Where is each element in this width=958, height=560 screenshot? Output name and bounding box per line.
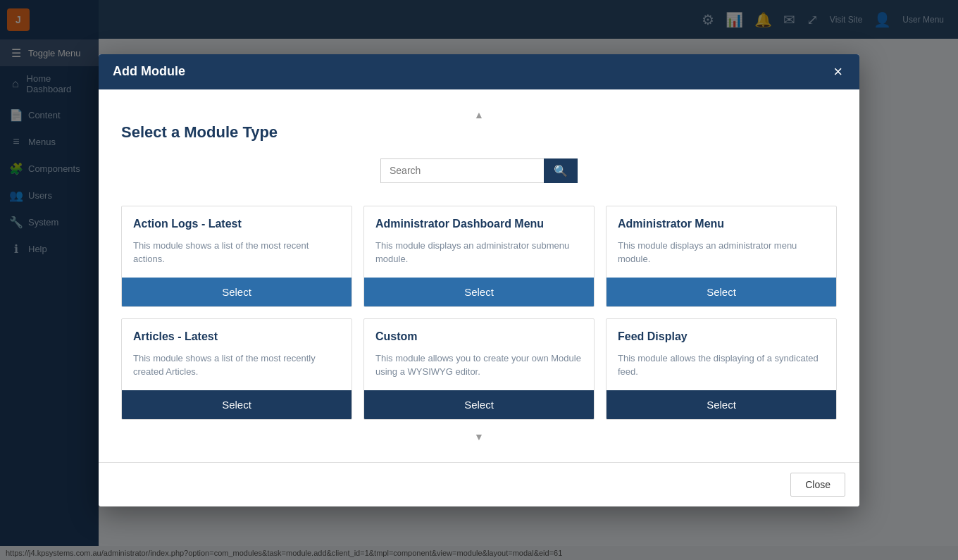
close-button[interactable]: Close (790, 473, 845, 497)
module-card-custom: Custom This module allows you to create … (363, 318, 595, 420)
module-card-body: Custom This module allows you to create … (364, 319, 594, 390)
module-card-footer: Select (606, 390, 836, 419)
module-card-description: This module allows the displaying of a s… (618, 351, 825, 379)
select-button-action-logs[interactable]: Select (122, 278, 352, 306)
module-card-footer: Select (122, 390, 352, 419)
module-card-footer: Select (606, 278, 836, 306)
scroll-down-arrow[interactable]: ▼ (121, 428, 837, 445)
module-card-description: This module allows you to create your ow… (375, 351, 583, 379)
modal-header: Add Module × (99, 54, 859, 89)
module-card-body: Articles - Latest This module shows a li… (122, 319, 352, 390)
modal-close-button[interactable]: × (831, 64, 845, 80)
module-card-action-logs-latest: Action Logs - Latest This module shows a… (121, 206, 352, 307)
module-card-articles-latest: Articles - Latest This module shows a li… (121, 318, 352, 420)
module-card-feed-display: Feed Display This module allows the disp… (606, 318, 837, 420)
module-card-admin-dashboard-menu: Administrator Dashboard Menu This module… (363, 206, 595, 307)
module-card-title: Articles - Latest (133, 330, 340, 343)
select-button-feed-display[interactable]: Select (606, 390, 836, 419)
module-card-body: Administrator Menu This module displays … (606, 206, 836, 278)
search-row: 🔍 (121, 158, 837, 183)
section-title: Select a Module Type (121, 123, 837, 142)
module-card-title: Administrator Dashboard Menu (375, 218, 583, 230)
search-button[interactable]: 🔍 (544, 158, 578, 183)
module-card-description: This module displays an administrator me… (618, 239, 825, 266)
select-button-articles-latest[interactable]: Select (122, 390, 352, 419)
module-card-admin-menu: Administrator Menu This module displays … (606, 206, 837, 307)
module-card-body: Action Logs - Latest This module shows a… (122, 206, 352, 278)
module-card-description: This module displays an administrator su… (375, 239, 583, 266)
module-card-description: This module shows a list of the most rec… (133, 239, 340, 266)
modal-footer: Close (99, 462, 859, 506)
module-card-footer: Select (364, 390, 594, 419)
modal-title: Add Module (113, 64, 185, 79)
select-button-custom[interactable]: Select (364, 390, 594, 419)
search-wrapper: 🔍 (380, 158, 578, 183)
modules-grid: Action Logs - Latest This module shows a… (121, 206, 837, 420)
module-card-footer: Select (364, 278, 594, 306)
module-card-footer: Select (122, 278, 352, 306)
module-card-title: Custom (375, 330, 583, 343)
modal-body[interactable]: ▲ Select a Module Type 🔍 Action Logs - L… (99, 89, 859, 462)
module-card-description: This module shows a list of the most rec… (133, 351, 340, 379)
scroll-up-arrow[interactable]: ▲ (121, 106, 837, 123)
module-card-body: Feed Display This module allows the disp… (606, 319, 836, 390)
search-input[interactable] (380, 158, 544, 183)
select-button-admin-menu[interactable]: Select (606, 278, 836, 306)
select-button-admin-dashboard-menu[interactable]: Select (364, 278, 594, 306)
modal-overlay: Add Module × ▲ Select a Module Type 🔍 (0, 0, 958, 560)
module-card-title: Administrator Menu (618, 218, 825, 230)
module-card-body: Administrator Dashboard Menu This module… (364, 206, 594, 278)
add-module-modal: Add Module × ▲ Select a Module Type 🔍 (99, 54, 859, 506)
module-card-title: Feed Display (618, 330, 825, 343)
search-icon: 🔍 (554, 165, 568, 177)
module-card-title: Action Logs - Latest (133, 218, 340, 230)
